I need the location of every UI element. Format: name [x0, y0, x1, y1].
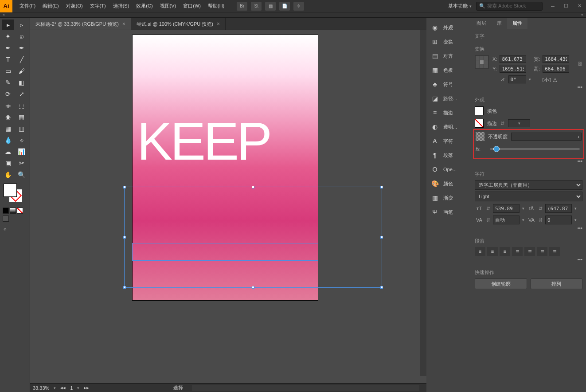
tab-layers[interactable]: 图层 [471, 18, 492, 29]
panel-transparency[interactable]: ◐透明... [426, 120, 471, 134]
blend-tool[interactable]: ⟐ [16, 135, 28, 145]
anchor-widget[interactable] [475, 55, 489, 69]
chevron-down-icon[interactable]: ▾ [54, 386, 56, 390]
draw-mode-icon[interactable]: ⟐ [0, 223, 30, 235]
chevron-down-icon[interactable]: ▾ [77, 386, 79, 390]
y-input[interactable] [500, 65, 526, 73]
menu-type[interactable]: 文字(T) [86, 0, 109, 12]
shaper-tool[interactable]: ✎ [2, 77, 14, 88]
arrange-button[interactable]: 排列 [531, 278, 583, 289]
graph-tool[interactable]: 📊 [16, 146, 28, 157]
more-options-icon[interactable]: ••• [475, 83, 582, 90]
panel-symbols[interactable]: ♣符号 [426, 77, 471, 91]
justify-center-button[interactable]: ≣ [524, 247, 535, 256]
menu-select[interactable]: 选择(S) [109, 0, 133, 12]
share-icon[interactable]: ✈ [293, 2, 304, 11]
leading-input[interactable] [545, 204, 572, 213]
handle-icon[interactable] [123, 236, 126, 239]
justify-right-button[interactable]: ≣ [537, 247, 547, 256]
line-tool[interactable]: ╱ [16, 54, 28, 65]
panel-stroke[interactable]: ≡描边 [426, 106, 471, 120]
handle-icon[interactable] [380, 186, 383, 188]
size-stepper[interactable]: ⇵ [486, 206, 490, 212]
strip-left-icon[interactable]: « [3, 12, 583, 17]
menu-help[interactable]: 帮助(H) [204, 0, 228, 12]
doc-tab-2[interactable]: 尝试.ai @ 100% (CMYK/GPU 预览) × [131, 18, 226, 30]
link-icon[interactable]: ⛓ [578, 61, 582, 67]
kerning-input[interactable] [493, 216, 520, 224]
slice-tool[interactable]: ✂ [16, 158, 28, 169]
selection-tool[interactable]: ▸ [2, 20, 14, 30]
color-picker[interactable] [0, 182, 30, 207]
menu-file[interactable]: 文件(F) [16, 0, 39, 12]
opacity-slider[interactable] [490, 148, 580, 150]
workspace-selector[interactable]: 基本功能 ▾ [444, 3, 476, 9]
w-input[interactable] [543, 55, 569, 63]
zoom-level[interactable]: 33.33% [33, 385, 49, 391]
flip-v-icon[interactable]: △ [553, 77, 557, 82]
panel-transform[interactable]: ⊞变换 [426, 35, 471, 49]
panel-swatches[interactable]: ▦色板 [426, 63, 471, 77]
slider-thumb[interactable] [493, 146, 500, 152]
justify-all-button[interactable]: ≣ [549, 247, 560, 256]
menu-window[interactable]: 窗口(W) [180, 0, 204, 12]
bridge-icon[interactable]: Br [237, 2, 247, 11]
maximize-button[interactable]: ☐ [559, 2, 573, 11]
panel-appearance[interactable]: ◉外观 [426, 20, 471, 35]
panel-color[interactable]: 🎨颜色 [426, 176, 471, 191]
curvature-tool[interactable]: ✒ [16, 43, 28, 53]
color-mode-swatch[interactable] [3, 208, 9, 214]
page-nav-prev[interactable]: ◂◂ [60, 385, 66, 391]
stroke-weight-dropdown[interactable]: ▾ [508, 119, 530, 127]
more-options-icon[interactable]: ••• [475, 256, 582, 263]
menu-edit[interactable]: 编辑(E) [39, 0, 63, 12]
chevron-down-icon[interactable]: ▾ [574, 218, 577, 222]
width-tool[interactable]: ⟚ [2, 100, 14, 111]
more-options-icon[interactable]: ••• [475, 157, 582, 165]
pen-tool[interactable]: ✒ [2, 43, 14, 53]
fill-swatch[interactable] [475, 106, 484, 115]
direct-select-tool[interactable]: ▹ [16, 20, 28, 30]
strip-right-icon[interactable]: « [581, 12, 583, 17]
font-size-input[interactable] [493, 204, 520, 213]
minimize-button[interactable]: ─ [546, 2, 559, 11]
chevron-down-icon[interactable]: ▾ [574, 206, 577, 211]
symbol-tool[interactable]: ☁ [2, 146, 14, 157]
panel-character[interactable]: A字符 [426, 134, 471, 148]
free-transform-tool[interactable]: ⬚ [16, 100, 28, 111]
stroke-stepper[interactable]: ⇵ [500, 121, 504, 126]
rotate-tool[interactable]: ⟳ [2, 89, 14, 99]
h-input[interactable] [543, 65, 569, 73]
create-outline-button[interactable]: 创建轮廓 [475, 278, 527, 289]
x-input[interactable] [500, 55, 526, 63]
doc-tab-1[interactable]: 未标题-2* @ 33.33% (RGB/GPU 预览) × [30, 18, 131, 30]
mesh-tool[interactable]: ▦ [2, 123, 14, 134]
none-mode-swatch[interactable] [17, 208, 23, 214]
chevron-down-icon[interactable]: ▾ [522, 206, 524, 211]
stroke-swatch[interactable] [475, 119, 484, 128]
arrange-icon[interactable]: ▦ [265, 2, 276, 11]
tab-libraries[interactable]: 库 [492, 18, 507, 29]
handle-icon[interactable] [123, 186, 126, 188]
magic-wand-tool[interactable]: ✦ [2, 31, 14, 42]
close-icon[interactable]: × [217, 21, 220, 27]
menu-object[interactable]: 对象(O) [63, 0, 86, 12]
font-family-select[interactable]: 造字工房典黑（非商用） [475, 180, 582, 190]
flip-h-icon[interactable]: ▷|◁ [543, 77, 551, 82]
menu-effect[interactable]: 效果(C) [133, 0, 156, 12]
panel-opentype[interactable]: OOpe... [426, 162, 471, 176]
fill-color-swatch[interactable] [4, 184, 17, 197]
opacity-swatch[interactable] [476, 132, 484, 141]
stock-search-input[interactable]: 🔍 搜索 Adobe Stock [476, 2, 543, 11]
vertical-scrollbar[interactable] [420, 30, 426, 376]
panel-paragraph[interactable]: ¶段落 [426, 148, 471, 162]
horizontal-scrollbar[interactable] [192, 385, 419, 391]
handle-icon[interactable] [380, 286, 383, 289]
more-options-icon[interactable]: ••• [475, 224, 582, 231]
hand-tool[interactable]: ✋ [2, 169, 14, 180]
align-left-button[interactable]: ≡ [475, 247, 485, 256]
close-icon[interactable]: × [122, 21, 125, 27]
align-center-button[interactable]: ≡ [487, 247, 498, 256]
perspective-tool[interactable]: ▦ [16, 112, 28, 122]
canvas[interactable]: KEEP [30, 30, 426, 383]
